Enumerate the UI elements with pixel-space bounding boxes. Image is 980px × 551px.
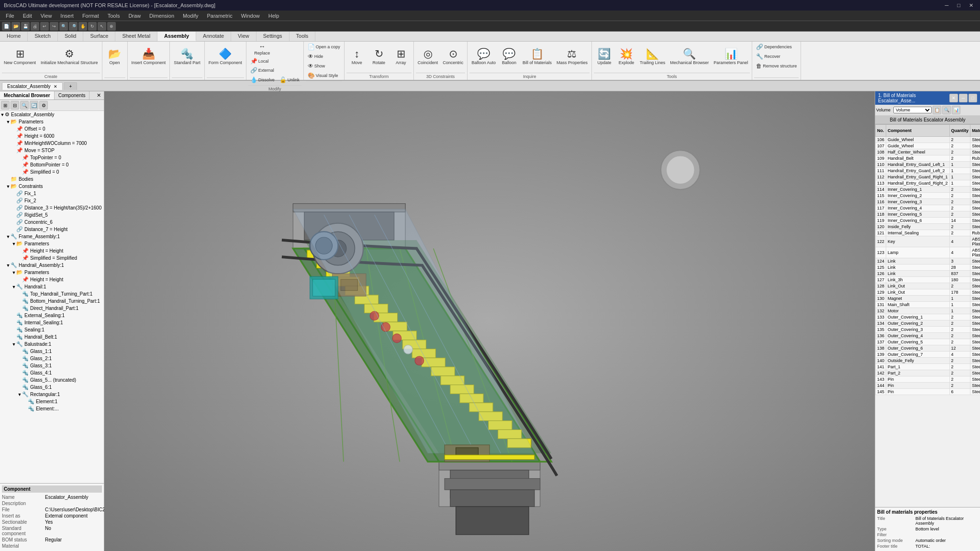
table-row[interactable]: 125Link28Steel0.46 [876,264,980,271]
tree-item-top-handrail[interactable]: 🔩Top_Handrail_Turning_Part:1 [0,290,104,298]
menu-dimension[interactable]: Dimension [145,12,178,20]
table-row[interactable]: 112Handrail_Entry_Guard_Right_11Steel3.7… [876,174,980,180]
tree-item-glass41[interactable]: 🔩Glass_4:1 [0,369,104,376]
menu-file[interactable]: File [2,12,18,20]
bom-expand-btn[interactable]: □ [969,94,977,102]
left-tab-mechanical-browser[interactable]: Mechanical Browser [0,91,55,99]
tree-item-fix1[interactable]: 🔗Fix_1 [0,190,104,197]
btn-update[interactable]: 🔄 Update [594,43,615,71]
tree-item-int-sealing[interactable]: 🔩Internal_Sealing:1 [0,319,104,326]
tab-tools[interactable]: Tools [290,32,316,41]
tree-expand-handrail-assembly[interactable]: ▼ [6,263,11,268]
table-row[interactable]: 143Pin2Steel0.13 [876,376,980,383]
table-row[interactable]: 134Outer_Covering_22Steel12.26 [876,320,980,327]
toolbar-pan[interactable]: ✋ [78,22,87,31]
table-row[interactable]: 128Link_Out2Steel0.04 [876,283,980,289]
tab-annotate[interactable]: Annotate [196,32,231,41]
btn-explode[interactable]: 💥 Explode [616,43,637,71]
left-tab-components[interactable]: Components [55,91,90,99]
tree-settings-btn[interactable]: ⚙ [39,101,48,110]
menu-draw[interactable]: Draw [124,12,145,20]
table-row[interactable]: 115Inner_Covering_22Steel5.00 [876,193,980,199]
bom-toolbar-btn2[interactable]: 🔍 [942,106,951,114]
bom-toolbar-btn1[interactable]: 📋 [933,106,941,114]
tree-item-frame-assembly[interactable]: ▼🔧Frame_Assembly:1 [0,233,104,240]
bom-col-quantity[interactable]: Quantity [949,125,970,137]
tree-item-bottompointer[interactable]: 📌BottomPointer = 0 [0,161,104,168]
btn-open-copy[interactable]: 📄Open a copy [306,43,342,51]
tree-item-frame-params[interactable]: ▼📂Parameters [0,240,104,247]
menu-insert[interactable]: Insert [56,12,78,20]
viewport[interactable] [104,91,875,551]
toolbar-new[interactable]: 📄 [2,22,11,31]
table-row[interactable]: 111Handrail_Entry_Guard_Left_21Steel3.23 [876,168,980,174]
table-row[interactable]: 121Internal_Sealing2Rubber1.17 [876,230,980,236]
bom-minimize-btn[interactable]: ─ [959,94,968,102]
menu-parametric[interactable]: Parametric [203,12,236,20]
tree-expand-handrail-params[interactable]: ▼ [11,270,16,275]
tree-item-offset[interactable]: 📌Offset = 0 [0,125,104,132]
tree-item-glass61[interactable]: 🔩Glass_6:1 [0,384,104,391]
table-row[interactable]: 137Outer_Covering_52Steel4.15 [876,339,980,345]
btn-init-mechanical[interactable]: ⚙ Initialize Mechanical Structure [39,43,100,71]
btn-dependencies[interactable]: 🔗Dependencies [754,43,799,51]
btn-unlink[interactable]: 🔓Unlink [278,76,301,84]
table-row[interactable]: 124Link3Steel0.46 [876,258,980,264]
menu-modify[interactable]: Modify [179,12,202,20]
toolbar-zoom-out[interactable]: 🔎 [69,22,78,31]
btn-local[interactable]: 📌Local [248,57,276,66]
toolbar-open[interactable]: 📂 [11,22,20,31]
btn-trailing-lines[interactable]: 📐 Trailing Lines [638,43,667,71]
btn-standard-part[interactable]: 🔩 Standard Part [172,43,202,71]
btn-open[interactable]: 📂 Open [104,43,125,71]
doc-tab-new[interactable]: + [64,82,77,90]
tree-item-element2[interactable]: 🔩Element:... [0,405,104,412]
table-row[interactable]: 107Guide_Wheel2Steel4.56 [876,143,980,149]
table-row[interactable]: 133Outer_Covering_12Steel12.39 [876,314,980,320]
table-row[interactable]: 109Handrail_Belt2Rubber30.71 [876,155,980,162]
table-row[interactable]: 141Part_12Steel1.29 [876,364,980,370]
table-row[interactable]: 130Magnet1Steel9.04 [876,296,980,302]
tree-item-direct-handrail[interactable]: 🔩Direct_Handrail_Part:1 [0,305,104,312]
tree-item-frame-simplified[interactable]: 📌Simplified = Simplified [0,254,104,262]
tree-item-element1[interactable]: 🔩Element:1 [0,398,104,405]
tree-item-parameters[interactable]: ▼📂Parameters [0,118,104,125]
tree-expand-escalator-assembly[interactable]: ▼ [0,112,5,117]
tree-item-glass31[interactable]: 🔩Glass_3:1 [0,362,104,369]
tab-home[interactable]: Home [0,32,28,41]
tree-item-toppointer[interactable]: 📌TopPointer = 0 [0,154,104,161]
tree-expand-handrail1[interactable]: ▼ [11,285,16,289]
btn-concentric[interactable]: ⊙ Concentric [441,43,465,71]
btn-parameters-panel[interactable]: 📊 Parameters Panel [712,43,750,71]
table-row[interactable]: 108Half_Center_Wheel2Steel5.38 [876,149,980,155]
table-row[interactable]: 140Outside_Felly2Steel19.54 [876,358,980,364]
table-row[interactable]: 114Inner_Covering_12Steel2.88 [876,187,980,193]
btn-coincident[interactable]: ◎ Coincident [416,43,440,71]
tab-view[interactable]: View [231,32,256,41]
tab-solid[interactable]: Solid [58,32,83,41]
toolbar-snap[interactable]: ⊕ [107,22,116,31]
table-row[interactable]: 106Guide_Wheel2Steel4.56 [876,137,980,143]
btn-form-component[interactable]: 🔷 Form Component [207,43,244,71]
tree-item-ext-sealing[interactable]: 🔩External_Sealing:1 [0,312,104,319]
table-row[interactable]: 123Lamp4ABS Plastic0.19 [876,247,980,258]
toolbar-print[interactable]: 🖨 [31,22,39,31]
tree-item-frame-height[interactable]: 📌Height = Height [0,247,104,254]
tree-item-bodies[interactable]: 📁Bodies [0,176,104,183]
tab-surface[interactable]: Surface [83,32,115,41]
tree-expand-constraints[interactable]: ▼ [6,184,11,189]
menu-format[interactable]: Format [78,12,103,20]
bom-close-btn[interactable]: ✕ [949,94,958,102]
doc-tab-close-escalator[interactable]: ✕ [54,84,57,89]
btn-remove-structure[interactable]: 🗑Remove structure [754,62,799,70]
table-row[interactable]: 126Link837Steel0.46 [876,271,980,277]
btn-visual-style[interactable]: 🎨Visual Style [306,71,342,80]
toolbar-select[interactable]: ↖ [98,22,106,31]
menu-help[interactable]: Help [265,12,283,20]
menu-edit[interactable]: Edit [19,12,36,20]
table-row[interactable]: 132Motor1Steel339.00 [876,308,980,314]
tree-expand-rectangular1[interactable]: ▼ [17,392,22,397]
menu-window[interactable]: Window [237,12,264,20]
btn-new-component[interactable]: ⊞ New Component [2,43,38,71]
tree-item-glass11[interactable]: 🔩Glass_1:1 [0,348,104,355]
